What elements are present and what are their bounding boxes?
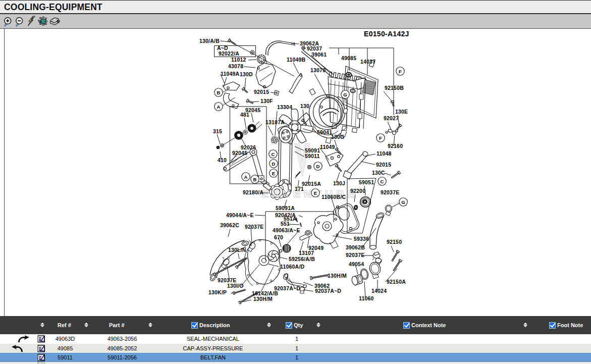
svg-text:39061: 39061 [311,51,327,58]
svg-text:92037E: 92037E [245,224,263,230]
svg-text:11048: 11048 [377,150,392,157]
svg-text:11049: 11049 [320,144,335,150]
svg-text:130F: 130F [260,98,273,104]
svg-text:C: C [381,179,384,184]
svg-text:92150B: 92150B [385,85,404,91]
svg-text:130D: 130D [240,71,253,77]
svg-text:59011: 59011 [305,153,320,159]
svg-text:11049A: 11049A [221,71,240,77]
svg-text:130E: 130E [395,109,408,115]
svg-text:130K/P: 130K/P [208,289,227,295]
svg-text:E0150-A142J: E0150-A142J [364,30,409,38]
svg-text:130G: 130G [331,134,345,140]
svg-text:130H/M: 130H/M [253,296,273,302]
svg-text:410: 410 [218,157,227,163]
svg-text:43078: 43078 [228,63,243,69]
svg-text:92160: 92160 [388,143,403,149]
svg-text:11060: 11060 [359,295,374,301]
svg-text:130L/N: 130L/N [228,247,246,253]
svg-text:92037E: 92037E [381,189,399,195]
svg-text:13107A: 13107A [265,119,285,125]
svg-text:11049B: 11049B [287,57,306,63]
svg-text:315: 315 [213,128,222,134]
svg-text:130/A/B: 130/A/B [199,38,220,44]
svg-text:B: B [217,90,221,95]
svg-text:D: D [316,164,320,169]
svg-text:49085: 49085 [341,55,356,61]
svg-text:670: 670 [274,234,283,240]
svg-text:92200: 92200 [350,188,365,194]
svg-text:130H/M: 130H/M [328,273,347,279]
svg-text:13304: 13304 [277,104,292,110]
svg-text:49063/A~E: 49063/A~E [273,227,300,233]
svg-text:92045: 92045 [232,150,247,156]
svg-text:A: A [217,104,221,110]
svg-text:92015A: 92015A [302,181,321,187]
svg-text:C: C [272,151,275,157]
svg-text:481: 481 [240,112,249,118]
svg-text:59256/A/B: 59256/A/B [289,256,315,262]
svg-text:92037A~D: 92037A~D [274,285,300,291]
svg-text:59051: 59051 [359,179,374,185]
svg-text:B: B [253,177,257,182]
svg-text:39062C: 39062C [220,222,239,228]
svg-text:39062: 39062 [314,283,330,289]
svg-text:13107: 13107 [299,250,314,256]
svg-text:551: 551 [281,221,290,227]
svg-text:D: D [272,161,276,167]
svg-text:49054: 49054 [349,261,364,267]
svg-text:130I/O: 130I/O [227,283,244,289]
svg-text:92015: 92015 [376,162,391,168]
svg-text:92037: 92037 [307,45,322,51]
svg-text:92150: 92150 [387,239,402,245]
svg-text:92180/A: 92180/A [243,189,263,195]
svg-text:13070: 13070 [310,67,326,73]
svg-text:A: A [244,174,248,180]
svg-text:E: E [272,171,275,176]
svg-text:171: 171 [295,186,304,192]
svg-text:G: G [401,199,405,205]
svg-text:14037: 14037 [360,59,375,65]
svg-text:92015: 92015 [254,89,269,95]
svg-text:59041: 59041 [317,129,332,135]
svg-text:G: G [343,92,347,97]
svg-text:59091A: 59091A [276,205,295,211]
svg-text:F: F [379,135,382,141]
svg-text:11060B/C: 11060B/C [321,194,346,200]
svg-text:E: E [314,190,317,196]
svg-text:130C: 130C [372,170,385,176]
svg-text:92150A: 92150A [387,279,406,285]
svg-text:92037E: 92037E [346,252,364,258]
svg-text:92022/A: 92022/A [219,50,239,57]
svg-text:11060A/D: 11060A/D [280,264,305,270]
svg-text:49044/A~E: 49044/A~E [226,212,254,218]
svg-text:92027: 92027 [384,115,399,121]
svg-text:130J: 130J [333,180,345,186]
svg-text:14024: 14024 [371,288,387,294]
svg-text:130: 130 [300,103,309,109]
svg-text:11012: 11012 [231,57,246,63]
svg-text:F: F [399,69,402,74]
